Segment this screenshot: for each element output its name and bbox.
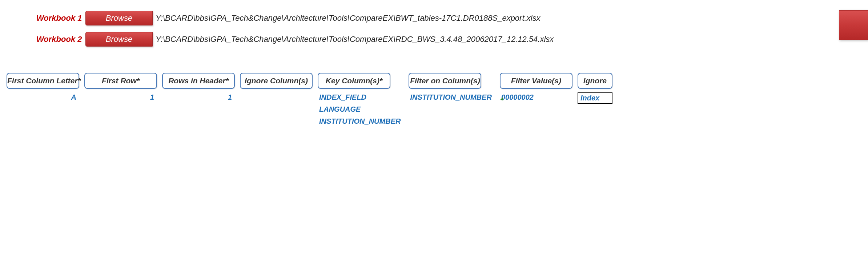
filter-on-columns-group: Filter on Column(s) INSTITUTION_NUMBER	[409, 73, 494, 126]
rows-in-header-value[interactable]: 1	[162, 93, 235, 102]
ignore-partial-group: Ignore Index	[578, 73, 612, 126]
ignore-partial-header[interactable]: Ignore	[578, 73, 612, 89]
workbook-section: Workbook 1 Browse Y:\BCARD\bbs\GPA_Tech&…	[0, 0, 868, 47]
action-button[interactable]	[839, 10, 868, 40]
browse-button-1[interactable]: Browse	[85, 11, 153, 25]
first-row-group: First Row* 1	[84, 73, 157, 126]
workbook-row-1: Workbook 1 Browse Y:\BCARD\bbs\GPA_Tech&…	[36, 11, 868, 25]
first-column-letter-header[interactable]: First Column Letter*	[7, 73, 79, 89]
key-columns-group: Key Column(s)* INDEX_FIELD LANGUAGE INST…	[318, 73, 403, 126]
workbook-1-path: Y:\BCARD\bbs\GPA_Tech&Change\Architectur…	[156, 13, 541, 23]
key-columns-header[interactable]: Key Column(s)*	[318, 73, 390, 89]
first-row-value[interactable]: 1	[84, 93, 157, 102]
workbook-2-path: Y:\BCARD\bbs\GPA_Tech&Change\Architectur…	[156, 35, 554, 44]
browse-button-2[interactable]: Browse	[85, 32, 153, 47]
ignore-columns-header[interactable]: Ignore Column(s)	[240, 73, 313, 89]
workbook-2-label: Workbook 2	[36, 35, 84, 44]
first-column-letter-value[interactable]: A	[7, 93, 79, 102]
rows-in-header-header[interactable]: Rows in Header*	[162, 73, 235, 89]
ignore-partial-value[interactable]: Index	[578, 92, 612, 104]
filter-on-columns-header[interactable]: Filter on Column(s)	[409, 73, 481, 89]
parameters-section: First Column Letter* A First Row* 1 Rows…	[0, 73, 868, 126]
filter-values-header[interactable]: Filter Value(s)	[500, 73, 572, 89]
filter-on-columns-value[interactable]: INSTITUTION_NUMBER	[409, 93, 494, 102]
ignore-columns-group: Ignore Column(s)	[240, 73, 313, 126]
workbook-1-label: Workbook 1	[36, 13, 84, 23]
key-columns-list: INDEX_FIELD LANGUAGE INSTITUTION_NUMBER	[318, 89, 403, 126]
first-row-header[interactable]: First Row*	[84, 73, 157, 89]
first-column-letter-group: First Column Letter* A	[7, 73, 79, 126]
filter-values-value[interactable]: 00000002	[500, 93, 572, 102]
key-column-value-2[interactable]: INSTITUTION_NUMBER	[318, 117, 403, 126]
rows-in-header-group: Rows in Header* 1	[162, 73, 235, 126]
key-column-value-0[interactable]: INDEX_FIELD	[318, 93, 403, 102]
workbook-row-2: Workbook 2 Browse Y:\BCARD\bbs\GPA_Tech&…	[36, 32, 868, 47]
filter-values-group: Filter Value(s) 00000002	[500, 73, 572, 126]
key-column-value-1[interactable]: LANGUAGE	[318, 105, 403, 114]
